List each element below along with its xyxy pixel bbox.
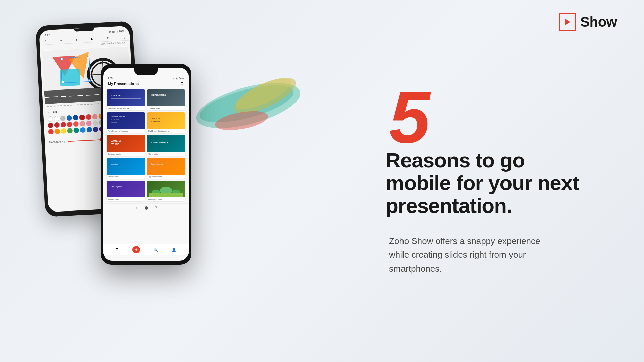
svg-text:STUDIO: STUDIO — [111, 143, 120, 145]
android-back[interactable]: ◁ — [135, 206, 138, 210]
svg-text:Travel Alaska: Travel Alaska — [151, 94, 166, 96]
color-red[interactable] — [86, 114, 91, 120]
presentation-card-8[interactable]: Type assembly Type assembly — [147, 158, 185, 179]
add-icon[interactable]: + — [75, 38, 77, 41]
thumb-8: Type assembly — [147, 158, 185, 175]
color-r1[interactable] — [48, 123, 53, 128]
color-light-red[interactable] — [92, 114, 98, 120]
color-r4[interactable] — [67, 122, 72, 127]
color-r5[interactable] — [73, 121, 79, 127]
svg-text:CAMERA: CAMERA — [111, 140, 121, 142]
thumb-4: Build yourBusiness etc — [147, 112, 185, 129]
color-s2[interactable] — [54, 129, 60, 134]
logo-text: Show — [580, 14, 617, 30]
phone-front-bottom-nav: ☰ + 🔍 👤 — [103, 244, 189, 255]
svg-rect-21 — [111, 98, 141, 99]
phone-front-header: My Presentations ⚙ — [103, 80, 189, 87]
svg-rect-15 — [87, 57, 89, 59]
color-dark-blue[interactable] — [73, 115, 78, 121]
color-dark-red[interactable] — [79, 115, 85, 120]
phone-front-status: 2:35 ↑↓ ))) 94% — [103, 76, 189, 80]
presentation-card-6[interactable]: CONTINENTS Continents — [147, 135, 185, 156]
presentation-card-4[interactable]: Build yourBusiness etc Build your Busine… — [147, 112, 185, 133]
account-icon[interactable]: 👤 — [172, 248, 176, 252]
transparency-slider-fill — [68, 139, 100, 142]
color-r8[interactable] — [92, 120, 98, 126]
color-s4[interactable] — [67, 128, 73, 134]
logo-icon — [559, 13, 576, 31]
color-r2[interactable] — [54, 122, 60, 128]
pres-label-8: Type assembly — [147, 175, 185, 179]
color-s6[interactable] — [80, 127, 86, 133]
pres-label-5: Camera studio — [107, 152, 145, 156]
pres-label-6: Continents — [147, 152, 185, 156]
svg-rect-17 — [88, 80, 90, 82]
color-s3[interactable] — [61, 128, 66, 134]
pres-label-1: Man on a long Controve ... — [107, 106, 145, 110]
presentation-card-1[interactable]: ATLETA Man on a long Controve ... — [107, 89, 145, 110]
color-s8[interactable] — [93, 127, 98, 132]
headline-number: 5 — [389, 86, 430, 149]
svg-rect-8 — [60, 69, 80, 86]
search-bottom-icon[interactable]: 🔍 — [153, 248, 158, 252]
right-content-area: 5 Reasons to go mobile for your next pre… — [389, 86, 617, 276]
svg-text:CONTINENTS: CONTINENTS — [151, 141, 169, 144]
share-icon[interactable]: ⇧ — [106, 36, 109, 40]
android-recent[interactable]: □ — [155, 206, 156, 210]
color-r6[interactable] — [79, 121, 85, 127]
status-time: 9:47 — [45, 34, 50, 37]
pres-label-10: Bee Attractions — [147, 197, 185, 201]
thumb-2: Travel Alaska — [147, 89, 185, 106]
svg-text:Business etc: Business etc — [151, 121, 161, 123]
transparency-label: Transparency — [49, 140, 65, 144]
headline-area: 5 Reasons to go mobile for your next pre… — [389, 86, 617, 218]
presentation-card-10[interactable]: Bee Attractions — [147, 181, 185, 201]
presentation-card-5[interactable]: CAMERASTUDIO Camera studio — [107, 135, 145, 156]
svg-text:Type assembly: Type assembly — [151, 163, 164, 165]
color-s5[interactable] — [73, 128, 79, 133]
color-blue[interactable] — [66, 115, 72, 121]
thumb-3: TRAILBLAZINGYOUR INNERVILLAIN — [107, 112, 145, 129]
presentations-grid: ATLETA Man on a long Controve ... Travel… — [103, 87, 189, 203]
svg-text:YOUR INNER: YOUR INNER — [111, 119, 121, 121]
pres-label-2: Travel Alaska — [147, 106, 185, 110]
svg-text:Build your: Build your — [151, 117, 160, 119]
thumb-7: Vacation — [107, 158, 145, 175]
android-home[interactable] — [145, 206, 148, 210]
more-icon[interactable]: ⋮ — [122, 35, 126, 39]
svg-text:TRAILBLAZING: TRAILBLAZING — [111, 115, 125, 117]
pres-label-3: Psychology of success — [107, 129, 145, 133]
play-icon[interactable]: ▶ — [91, 37, 94, 41]
color-white2[interactable] — [54, 116, 59, 122]
front-time: 2:35 — [108, 77, 113, 79]
svg-point-2 — [230, 71, 301, 120]
thumb-5: CAMERASTUDIO — [107, 135, 145, 152]
status-icons: ⊙ ))) ↑↓ 78% — [109, 29, 124, 33]
logo-area: Show — [559, 13, 617, 31]
thumb-1: ATLETA — [107, 89, 145, 106]
color-s7[interactable] — [86, 127, 92, 133]
phone-container: 9:47 ⊙ ))) ↑↓ 78% ✓ ↩ + ▶ ⇧ ⋮ Last saved… — [34, 17, 228, 339]
back-arrow-icon[interactable]: ← — [47, 111, 51, 115]
presentations-title: My Presentations — [108, 82, 139, 86]
thumb-9: Title Layouts — [107, 181, 145, 197]
color-gray[interactable] — [60, 116, 66, 121]
color-white[interactable] — [47, 116, 53, 122]
phone-front-screen: 2:35 ↑↓ ))) 94% My Presentations ⚙ ATLET… — [103, 68, 189, 261]
settings-icon[interactable]: ⚙ — [180, 81, 184, 86]
check-icon: ✓ — [43, 39, 46, 43]
color-s1[interactable] — [48, 129, 54, 135]
presentation-card-3[interactable]: TRAILBLAZINGYOUR INNERVILLAIN Psychology… — [107, 112, 145, 133]
color-r7[interactable] — [86, 121, 92, 126]
presentation-card-2[interactable]: Travel Alaska Travel Alaska — [147, 89, 185, 110]
pres-label-4: Build your Business etc — [147, 129, 185, 133]
presentation-card-9[interactable]: Title Layouts Title Layouts — [107, 181, 145, 201]
headline-text: Reasons to go mobile for your next prese… — [386, 149, 579, 218]
color-r3[interactable] — [60, 122, 66, 128]
fill-label: Fill — [53, 110, 57, 114]
phone-front-notch — [134, 68, 158, 75]
pres-label-9: Title Layouts — [107, 197, 145, 201]
hamburger-icon[interactable]: ☰ — [115, 248, 119, 252]
presentation-card-7[interactable]: Vacation Vacation doc — [107, 158, 145, 179]
add-fab-button[interactable]: + — [132, 246, 140, 253]
